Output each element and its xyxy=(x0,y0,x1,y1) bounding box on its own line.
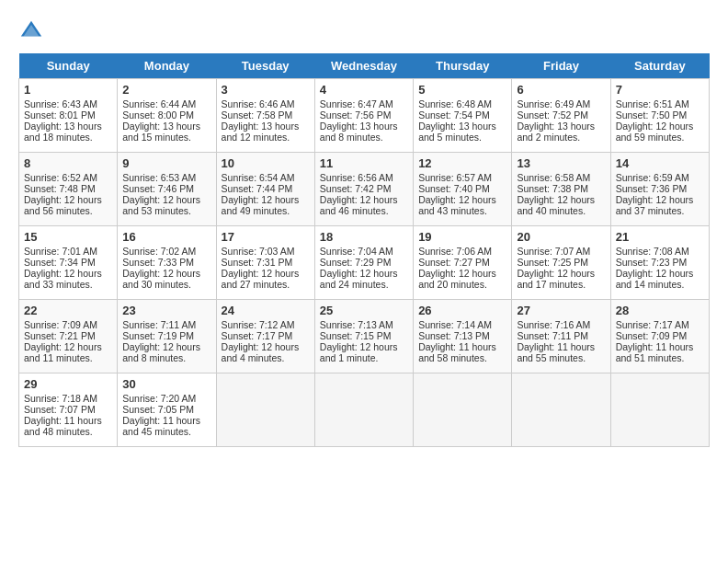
sunrise-text: Sunrise: 6:57 AM xyxy=(418,172,492,183)
sunset-text: Sunset: 7:58 PM xyxy=(222,109,293,121)
calendar-cell: 16Sunrise: 7:02 AMSunset: 7:33 PMDayligh… xyxy=(118,226,216,300)
daylight-text: Daylight: 12 hours and 53 minutes. xyxy=(122,194,200,216)
calendar-cell xyxy=(512,373,610,447)
calendar-cell: 20Sunrise: 7:07 AMSunset: 7:25 PMDayligh… xyxy=(512,226,610,300)
sunrise-text: Sunrise: 7:09 AM xyxy=(24,319,97,330)
page-header xyxy=(18,18,710,44)
day-number: 5 xyxy=(418,83,506,97)
sunrise-text: Sunrise: 6:52 AM xyxy=(24,172,97,183)
sunrise-text: Sunrise: 7:12 AM xyxy=(222,319,295,330)
sunrise-text: Sunrise: 7:02 AM xyxy=(122,246,196,257)
day-number: 10 xyxy=(222,156,310,170)
calendar-cell: 24Sunrise: 7:12 AMSunset: 7:17 PMDayligh… xyxy=(216,300,314,373)
calendar-cell: 23Sunrise: 7:11 AMSunset: 7:19 PMDayligh… xyxy=(118,300,216,373)
sunset-text: Sunset: 7:05 PM xyxy=(122,404,194,415)
sunrise-text: Sunrise: 7:18 AM xyxy=(24,393,97,404)
daylight-text: Daylight: 12 hours and 4 minutes. xyxy=(222,341,300,363)
day-number: 6 xyxy=(517,83,605,97)
sunrise-text: Sunrise: 6:46 AM xyxy=(222,98,295,109)
day-number: 14 xyxy=(616,156,704,170)
sunset-text: Sunset: 7:48 PM xyxy=(24,183,96,194)
day-number: 22 xyxy=(24,304,112,317)
day-number: 27 xyxy=(517,304,605,317)
sunrise-text: Sunrise: 6:44 AM xyxy=(122,98,196,109)
sunrise-text: Sunrise: 7:11 AM xyxy=(122,319,196,330)
day-number: 25 xyxy=(320,304,408,317)
daylight-text: Daylight: 11 hours and 51 minutes. xyxy=(616,341,694,363)
calendar-cell: 5Sunrise: 6:48 AMSunset: 7:54 PMDaylight… xyxy=(414,79,512,153)
sunrise-text: Sunrise: 7:07 AM xyxy=(517,246,590,257)
calendar-cell: 25Sunrise: 7:13 AMSunset: 7:15 PMDayligh… xyxy=(314,300,413,373)
daylight-text: Daylight: 12 hours and 56 minutes. xyxy=(24,194,102,216)
calendar-cell: 11Sunrise: 6:56 AMSunset: 7:42 PMDayligh… xyxy=(314,153,413,226)
calendar-week-row: 29Sunrise: 7:18 AMSunset: 7:07 PMDayligh… xyxy=(19,373,710,447)
daylight-text: Daylight: 11 hours and 58 minutes. xyxy=(418,341,496,363)
sunrise-text: Sunrise: 7:03 AM xyxy=(222,246,295,257)
sunrise-text: Sunrise: 6:48 AM xyxy=(418,98,492,109)
sunrise-text: Sunrise: 6:43 AM xyxy=(24,98,97,109)
sunset-text: Sunset: 7:07 PM xyxy=(24,404,96,415)
sunset-text: Sunset: 7:11 PM xyxy=(517,330,588,341)
sunrise-text: Sunrise: 6:51 AM xyxy=(616,98,689,109)
daylight-text: Daylight: 12 hours and 49 minutes. xyxy=(222,194,300,216)
sunset-text: Sunset: 7:34 PM xyxy=(24,257,96,268)
sunset-text: Sunset: 7:15 PM xyxy=(320,330,392,341)
weekday-header: Monday xyxy=(118,53,216,79)
sunrise-text: Sunrise: 7:20 AM xyxy=(122,393,196,404)
logo-icon xyxy=(18,18,44,44)
day-number: 30 xyxy=(122,377,210,391)
sunset-text: Sunset: 7:09 PM xyxy=(616,330,688,341)
day-number: 4 xyxy=(320,83,408,97)
calendar-week-row: 1Sunrise: 6:43 AMSunset: 8:01 PMDaylight… xyxy=(19,79,710,153)
sunset-text: Sunset: 7:52 PM xyxy=(517,109,588,121)
day-number: 17 xyxy=(222,230,310,244)
daylight-text: Daylight: 11 hours and 45 minutes. xyxy=(122,415,200,437)
calendar-cell: 4Sunrise: 6:47 AMSunset: 7:56 PMDaylight… xyxy=(314,79,413,153)
sunrise-text: Sunrise: 7:14 AM xyxy=(418,319,492,330)
sunset-text: Sunset: 7:50 PM xyxy=(616,109,688,121)
calendar-cell: 7Sunrise: 6:51 AMSunset: 7:50 PMDaylight… xyxy=(610,79,709,153)
sunrise-text: Sunrise: 6:54 AM xyxy=(222,172,295,183)
daylight-text: Daylight: 11 hours and 48 minutes. xyxy=(24,415,102,437)
day-number: 3 xyxy=(222,83,310,97)
weekday-header: Saturday xyxy=(610,53,709,79)
daylight-text: Daylight: 12 hours and 43 minutes. xyxy=(418,194,496,216)
daylight-text: Daylight: 13 hours and 2 minutes. xyxy=(517,121,595,143)
weekday-header: Thursday xyxy=(414,53,512,79)
sunset-text: Sunset: 8:00 PM xyxy=(122,109,194,121)
day-number: 12 xyxy=(418,156,506,170)
sunset-text: Sunset: 7:23 PM xyxy=(616,257,688,268)
daylight-text: Daylight: 12 hours and 20 minutes. xyxy=(418,268,496,290)
sunset-text: Sunset: 7:19 PM xyxy=(122,330,194,341)
calendar-cell: 12Sunrise: 6:57 AMSunset: 7:40 PMDayligh… xyxy=(414,153,512,226)
sunrise-text: Sunrise: 7:01 AM xyxy=(24,246,97,257)
day-number: 15 xyxy=(24,230,112,244)
sunset-text: Sunset: 7:46 PM xyxy=(122,183,194,194)
sunrise-text: Sunrise: 6:47 AM xyxy=(320,98,393,109)
day-number: 2 xyxy=(122,83,210,97)
sunset-text: Sunset: 7:31 PM xyxy=(222,257,293,268)
calendar-cell: 3Sunrise: 6:46 AMSunset: 7:58 PMDaylight… xyxy=(216,79,314,153)
calendar-cell: 6Sunrise: 6:49 AMSunset: 7:52 PMDaylight… xyxy=(512,79,610,153)
daylight-text: Daylight: 12 hours and 46 minutes. xyxy=(320,194,398,216)
daylight-text: Daylight: 12 hours and 59 minutes. xyxy=(616,121,694,143)
sunset-text: Sunset: 7:54 PM xyxy=(418,109,490,121)
daylight-text: Daylight: 12 hours and 24 minutes. xyxy=(320,268,398,290)
calendar-cell: 9Sunrise: 6:53 AMSunset: 7:46 PMDaylight… xyxy=(118,153,216,226)
calendar-cell: 27Sunrise: 7:16 AMSunset: 7:11 PMDayligh… xyxy=(512,300,610,373)
day-number: 7 xyxy=(616,83,704,97)
calendar-week-row: 8Sunrise: 6:52 AMSunset: 7:48 PMDaylight… xyxy=(19,153,710,226)
day-number: 18 xyxy=(320,230,408,244)
sunset-text: Sunset: 7:25 PM xyxy=(517,257,588,268)
sunset-text: Sunset: 7:36 PM xyxy=(616,183,688,194)
calendar-cell: 30Sunrise: 7:20 AMSunset: 7:05 PMDayligh… xyxy=(118,373,216,447)
sunset-text: Sunset: 7:27 PM xyxy=(418,257,490,268)
calendar-cell: 28Sunrise: 7:17 AMSunset: 7:09 PMDayligh… xyxy=(610,300,709,373)
day-number: 13 xyxy=(517,156,605,170)
day-number: 24 xyxy=(222,304,310,317)
daylight-text: Daylight: 12 hours and 27 minutes. xyxy=(222,268,300,290)
calendar-cell xyxy=(610,373,709,447)
daylight-text: Daylight: 12 hours and 1 minute. xyxy=(320,341,398,363)
daylight-text: Daylight: 12 hours and 30 minutes. xyxy=(122,268,200,290)
daylight-text: Daylight: 12 hours and 17 minutes. xyxy=(517,268,595,290)
